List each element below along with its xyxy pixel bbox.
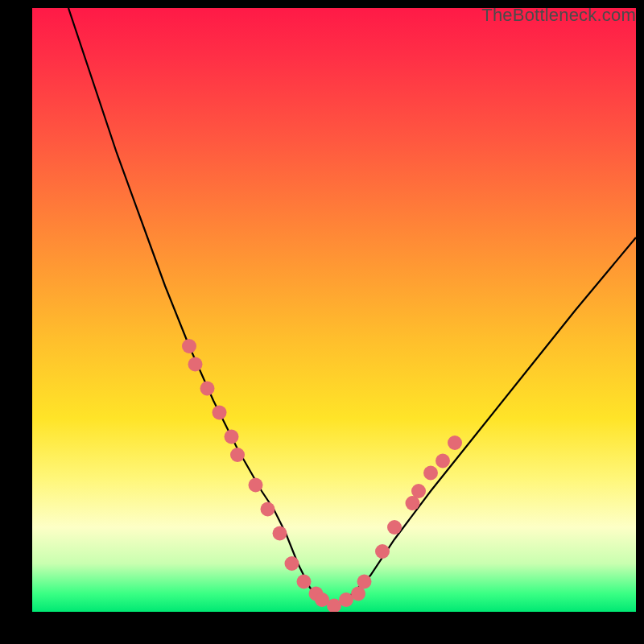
bottleneck-curve [68,8,636,606]
marker-group [182,339,462,612]
data-marker [297,575,312,589]
data-marker [411,484,426,498]
data-marker [423,466,438,481]
data-marker [273,526,287,541]
data-marker [200,382,215,396]
data-marker [182,339,196,353]
data-marker [285,556,299,571]
data-marker [188,357,203,372]
data-marker [357,575,372,589]
data-marker [225,430,239,444]
data-marker [261,502,275,517]
data-marker [387,520,402,535]
data-marker [436,454,450,469]
data-marker [249,478,263,493]
plot-area [32,8,636,612]
data-marker [375,544,390,559]
data-marker [230,448,245,462]
data-marker [213,406,227,420]
chart-frame: TheBottleneck.com [0,0,644,644]
chart-svg [32,8,636,612]
data-marker [448,436,462,450]
watermark-text: TheBottleneck.com [481,5,636,26]
